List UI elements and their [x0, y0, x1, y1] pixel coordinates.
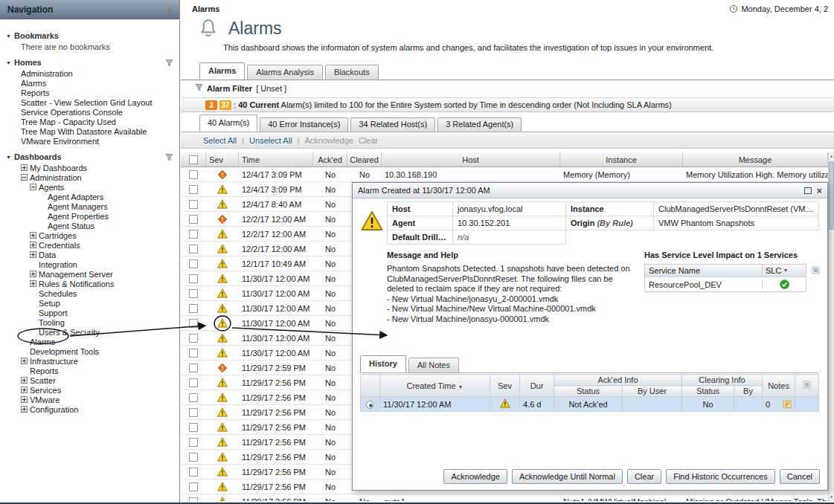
popup-tab-all-notes[interactable]: All Notes: [408, 358, 459, 372]
history-notes-cell[interactable]: 0: [763, 397, 795, 412]
column-header-message[interactable]: Message: [683, 152, 828, 167]
service-name-column[interactable]: Service Name: [645, 265, 763, 277]
select-all-link[interactable]: Select All: [203, 136, 237, 145]
tree-plus-icon[interactable]: [30, 251, 36, 258]
row-checkbox[interactable]: [189, 274, 198, 283]
nav-item-infrastructure[interactable]: Infrastructure: [0, 356, 179, 366]
nav-item-agent-adapters[interactable]: Agent Adapters: [0, 192, 179, 201]
row-checkbox[interactable]: [189, 319, 198, 328]
section-collapse-icon[interactable]: ▼: [6, 33, 14, 39]
history-row[interactable]: 11/30/17 12:00 AM 4.6 d Not Ack'ed No 0: [361, 397, 819, 412]
clear-by-column[interactable]: By: [734, 386, 763, 397]
row-checkbox[interactable]: [189, 200, 198, 209]
row-checkbox[interactable]: [189, 482, 198, 491]
nav-section-dashboards[interactable]: ▼Dashboards: [0, 151, 179, 163]
nav-item-users-security[interactable]: Users & Security: [0, 327, 179, 337]
acknowledge-until-normal-button[interactable]: Acknowledge Until Normal: [512, 469, 623, 484]
nav-item-setup[interactable]: Setup: [0, 298, 179, 308]
row-checkbox[interactable]: [189, 364, 198, 372]
subtab-40-alarm-s[interactable]: 40 Alarm(s): [199, 114, 257, 132]
scrollbar-thumb[interactable]: [829, 161, 834, 230]
popup-maximize-icon[interactable]: [804, 187, 812, 194]
ack-status-column[interactable]: Status: [554, 386, 623, 397]
tree-plus-icon[interactable]: [21, 164, 28, 171]
row-checkbox[interactable]: [189, 289, 198, 298]
tree-plus-icon[interactable]: [21, 396, 28, 403]
acknowledge-button[interactable]: Acknowledge: [443, 469, 507, 484]
tree-plus-icon[interactable]: [30, 232, 36, 239]
nav-item-agent-status[interactable]: Agent Status: [0, 221, 179, 230]
row-checkbox[interactable]: [189, 438, 198, 447]
tree-minus-icon[interactable]: [21, 174, 28, 181]
breadcrumb[interactable]: Alarms: [192, 4, 219, 13]
tree-plus-icon[interactable]: [21, 406, 28, 413]
row-checkbox[interactable]: [189, 453, 198, 462]
nav-item-reports[interactable]: Reports: [0, 366, 179, 375]
nav-item-my-dashboards[interactable]: My Dashboards: [0, 163, 179, 172]
nav-item-administration[interactable]: Administration: [0, 172, 179, 182]
clear-status-column[interactable]: Status: [682, 386, 734, 397]
nav-item-scatter-view-selection-grid-layout[interactable]: Scatter - View Selection Grid Layout: [0, 97, 179, 107]
nav-item-vmware-environment[interactable]: VMware Environment: [0, 136, 179, 146]
section-collapse-icon[interactable]: ▼: [6, 155, 14, 160]
section-collapse-icon[interactable]: ▼: [6, 60, 14, 65]
nav-item-data[interactable]: Data: [0, 250, 179, 259]
collapse-sidebar-icon[interactable]: ‹: [168, 4, 172, 15]
row-checkbox[interactable]: [189, 215, 198, 224]
nav-item-agent-properties[interactable]: Agent Properties: [0, 211, 179, 221]
created-time-column[interactable]: Created Time ▼: [380, 375, 490, 397]
filter-funnel-icon[interactable]: [165, 153, 173, 161]
nav-item-development-tools[interactable]: Development Tools: [0, 346, 179, 356]
row-checkbox[interactable]: [189, 468, 198, 476]
tree-plus-icon[interactable]: [30, 271, 36, 277]
alarm-row[interactable]: 12/4/17 3:09 PMNoNo10.30.168.190Memory (…: [181, 167, 828, 182]
column-header-sev[interactable]: Sev: [206, 152, 239, 167]
select-all-checkbox[interactable]: [189, 155, 198, 164]
nav-item-scatter[interactable]: Scatter: [0, 375, 179, 385]
acknowledge-action[interactable]: Acknowledge: [304, 136, 353, 145]
row-checkbox[interactable]: [189, 334, 198, 343]
nav-item-tree-map-capacity-used[interactable]: Tree Map - Capacity Used: [0, 117, 179, 126]
scroll-up-icon[interactable]: ▲: [829, 152, 834, 160]
column-header-host[interactable]: Host: [382, 152, 560, 167]
tab-alarms[interactable]: Alarms: [199, 62, 245, 80]
row-checkbox[interactable]: [189, 259, 198, 268]
subtab-40-error-instance-s[interactable]: 40 Error Instance(s): [260, 117, 348, 132]
tab-alarms-analysis[interactable]: Alarms Analysis: [247, 65, 323, 80]
unselect-all-link[interactable]: Unselect All: [249, 136, 292, 145]
alarm-filter-label[interactable]: Alarm Filter: [207, 84, 252, 93]
nav-item-alarms[interactable]: Alarms: [0, 337, 179, 346]
nav-item-reports[interactable]: Reports: [0, 88, 179, 97]
subtab-3-related-agent-s[interactable]: 3 Related Agent(s): [437, 117, 522, 132]
nav-item-vmware[interactable]: VMware: [0, 395, 179, 404]
tree-plus-icon[interactable]: [21, 387, 28, 393]
nav-item-tree-map-with-datastore-available[interactable]: Tree Map With Datastore Available: [0, 126, 179, 136]
nav-item-alarms[interactable]: Alarms: [0, 78, 179, 88]
nav-item-management-server[interactable]: Management Server: [0, 269, 179, 279]
nav-item-agents[interactable]: Agents: [0, 182, 179, 192]
history-row-radio[interactable]: [366, 401, 374, 409]
clear-action[interactable]: Clear: [359, 136, 378, 145]
column-header-instance[interactable]: Instance: [560, 152, 683, 167]
scroll-down-icon[interactable]: ▼: [829, 494, 834, 501]
column-header-cleared[interactable]: Cleared: [347, 152, 382, 167]
nav-item-services[interactable]: Services: [0, 385, 179, 395]
tree-plus-icon[interactable]: [21, 377, 28, 384]
popup-titlebar[interactable]: Alarm Created at 11/30/17 12:00 AM ×: [353, 183, 827, 198]
nav-item-schedules[interactable]: Schedules: [0, 288, 179, 298]
vertical-scrollbar[interactable]: ▲ ▼: [828, 152, 834, 501]
row-checkbox[interactable]: [189, 245, 198, 253]
nav-item-tooling[interactable]: Tooling: [0, 317, 179, 327]
nav-item-cartridges[interactable]: Cartridges: [0, 230, 179, 240]
column-header-ack-ed[interactable]: Ack'ed: [313, 152, 347, 167]
row-checkbox[interactable]: [189, 378, 198, 387]
tree-minus-icon[interactable]: [30, 184, 36, 190]
filter-funnel-icon[interactable]: [165, 59, 173, 67]
popup-close-icon[interactable]: ×: [816, 186, 822, 196]
subtab-34-related-host-s[interactable]: 34 Related Host(s): [350, 117, 435, 132]
ack-by-user-column[interactable]: By User: [623, 386, 682, 397]
column-chooser-icon[interactable]: [812, 266, 820, 276]
popup-tab-history[interactable]: History: [360, 355, 406, 372]
alarm-filter-funnel-icon[interactable]: [195, 83, 203, 93]
row-checkbox[interactable]: [189, 170, 198, 179]
